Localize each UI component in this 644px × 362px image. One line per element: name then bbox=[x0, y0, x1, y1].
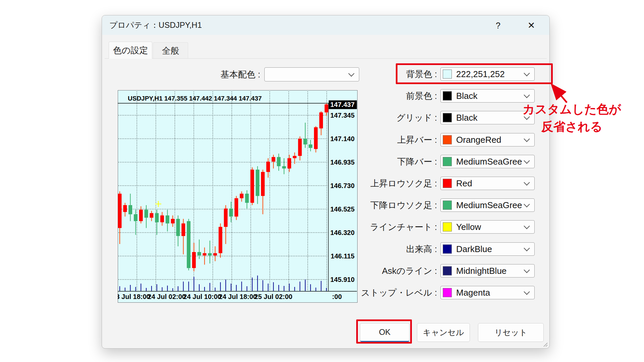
color-swatch bbox=[443, 201, 452, 210]
color-setting-dropdown[interactable]: 222,251,252 bbox=[440, 67, 535, 81]
color-setting-dropdown[interactable]: MediumSeaGreen bbox=[440, 198, 535, 212]
color-swatch bbox=[443, 223, 452, 232]
svg-text:25 Jul 02:00: 25 Jul 02:00 bbox=[254, 293, 292, 300]
color-setting-label: 上昇バー : bbox=[333, 133, 437, 146]
chevron-down-icon bbox=[524, 92, 530, 98]
svg-text:24 Jul 18:00: 24 Jul 18:00 bbox=[219, 293, 257, 300]
color-swatch bbox=[443, 245, 452, 254]
color-setting-value: OrangeRed bbox=[456, 133, 501, 146]
color-swatch bbox=[443, 288, 452, 297]
color-setting-value: MediumSeaGreen bbox=[456, 155, 522, 168]
chevron-down-icon bbox=[524, 136, 530, 142]
color-setting-label: 下降バー : bbox=[333, 155, 437, 168]
dialog-title: プロパティ：USDJPY,H1 bbox=[109, 15, 202, 35]
color-setting-value: 222,251,252 bbox=[456, 68, 505, 80]
tab-general[interactable]: 全般 bbox=[153, 42, 188, 59]
svg-text:USDJPY,H1 147.355 147.442 147.: USDJPY,H1 147.355 147.442 147.344 147.43… bbox=[128, 95, 262, 102]
chevron-down-icon bbox=[524, 223, 530, 229]
color-setting-label: 上昇ロウソク足 : bbox=[333, 177, 437, 190]
tab-label: 色の設定 bbox=[113, 45, 148, 55]
annotation-line1: カスタムした色が bbox=[506, 101, 637, 118]
color-swatch bbox=[443, 70, 452, 79]
ok-button[interactable]: OK bbox=[360, 323, 410, 342]
tab-color-settings[interactable]: 色の設定 bbox=[109, 42, 152, 59]
color-setting-value: Black bbox=[456, 89, 478, 102]
color-swatch bbox=[443, 179, 452, 188]
chart-svg: USDJPY,H1 147.355 147.442 147.344 147.43… bbox=[118, 90, 358, 303]
color-setting-value: DarkBlue bbox=[456, 243, 492, 255]
scheme-label: 基本配色 : bbox=[186, 67, 260, 81]
color-swatch bbox=[443, 135, 452, 144]
tab-page-divider bbox=[105, 58, 547, 59]
color-swatch bbox=[443, 113, 452, 122]
color-swatch bbox=[443, 92, 452, 101]
color-setting-label: 出来高 : bbox=[333, 242, 437, 256]
svg-text:24 Jul 10:00: 24 Jul 10:00 bbox=[183, 293, 221, 300]
color-setting-value: Magenta bbox=[456, 286, 490, 299]
color-setting-label: 背景色 : bbox=[333, 67, 437, 81]
tab-label: 全般 bbox=[162, 46, 179, 56]
color-setting-value: MediumSeaGreen bbox=[456, 199, 522, 212]
color-swatch bbox=[443, 266, 452, 276]
cancel-button[interactable]: キャンセル bbox=[417, 323, 470, 342]
chevron-down-icon bbox=[524, 245, 530, 251]
color-setting-value: MidnightBlue bbox=[456, 264, 506, 277]
color-setting-label: Askのライン : bbox=[333, 264, 437, 278]
color-setting-value: Red bbox=[456, 177, 472, 190]
color-setting-dropdown[interactable]: MediumSeaGreen bbox=[440, 155, 535, 168]
color-setting-label: ストップ・レベル : bbox=[333, 286, 437, 299]
help-button[interactable]: ? bbox=[491, 15, 505, 35]
chevron-down-icon bbox=[524, 179, 530, 185]
color-setting-dropdown[interactable]: Yellow bbox=[440, 220, 535, 234]
reset-button[interactable]: リセット bbox=[478, 323, 544, 342]
color-setting-value: Yellow bbox=[456, 221, 481, 233]
chevron-down-icon bbox=[524, 267, 530, 273]
resize-grip[interactable] bbox=[542, 342, 548, 347]
close-icon[interactable]: ✕ bbox=[524, 15, 539, 35]
chart-preview: USDJPY,H1 147.355 147.442 147.344 147.43… bbox=[118, 90, 358, 303]
annotation-line2: 反省される bbox=[506, 118, 637, 135]
chevron-down-icon bbox=[524, 201, 530, 207]
color-setting-value: Black bbox=[456, 111, 478, 124]
annotation-text: カスタムした色が 反省される bbox=[506, 101, 637, 135]
chevron-down-icon bbox=[524, 70, 530, 76]
chevron-down-icon bbox=[524, 158, 530, 164]
color-setting-label: 下降ロウソク足 : bbox=[333, 198, 437, 212]
chevron-down-icon bbox=[524, 289, 530, 295]
color-setting-label: グリッド : bbox=[333, 111, 437, 124]
color-setting-label: 前景色 : bbox=[333, 89, 437, 103]
color-setting-dropdown[interactable]: MidnightBlue bbox=[440, 264, 535, 278]
color-swatch bbox=[443, 157, 452, 166]
color-setting-label: ラインチャート : bbox=[333, 220, 437, 234]
svg-text:24 Jul 02:00: 24 Jul 02:00 bbox=[148, 293, 185, 300]
color-setting-dropdown[interactable]: DarkBlue bbox=[440, 242, 535, 256]
color-setting-dropdown[interactable]: Magenta bbox=[440, 286, 535, 299]
color-setting-dropdown[interactable]: Red bbox=[440, 177, 535, 190]
properties-dialog: プロパティ：USDJPY,H1 ? ✕ 色の設定 全般 基本配色 : USDJP… bbox=[102, 15, 550, 349]
titlebar: プロパティ：USDJPY,H1 ? ✕ bbox=[102, 15, 549, 35]
svg-text:23 Jul 18:00: 23 Jul 18:00 bbox=[118, 293, 150, 300]
